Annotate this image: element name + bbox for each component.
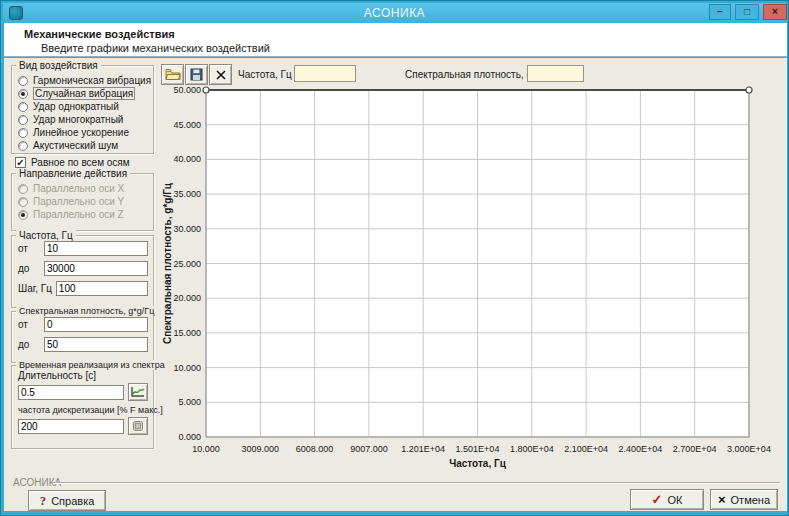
- toolbar-freq-input[interactable]: [294, 65, 356, 82]
- cancel-button-label: Отмена: [731, 494, 770, 506]
- density-to-label: до: [18, 339, 40, 350]
- radio-acoustic-noise[interactable]: Акустический шум: [12, 139, 153, 152]
- dialog-header: Механические воздействия Введите графики…: [4, 23, 787, 56]
- density-from-input[interactable]: [44, 317, 148, 332]
- dialog-title: Механические воздействия: [24, 28, 175, 40]
- save-button[interactable]: [185, 64, 208, 85]
- maximize-button[interactable]: □: [735, 4, 759, 20]
- x-tick-label: 9007.000: [350, 444, 388, 454]
- x-tick-label: 3009.000: [242, 444, 280, 454]
- freq-step-label: Шаг, Гц: [18, 283, 52, 294]
- x-tick-label: 2.400E+04: [619, 444, 663, 454]
- group-kind-title: Вид воздействия: [16, 60, 101, 71]
- density-to-input[interactable]: [44, 337, 148, 352]
- x-tick-label: 3.000E+04: [727, 444, 771, 454]
- open-folder-icon: [165, 68, 181, 81]
- duration-input[interactable]: [18, 385, 124, 400]
- y-tick-label: 15.000: [173, 328, 201, 338]
- group-frequency-title: Частота, Гц: [16, 230, 76, 241]
- series-point-marker: [746, 87, 752, 93]
- y-tick-label: 0.000: [178, 432, 201, 442]
- equal-axes-checkbox[interactable]: ✓ Равное по всем осям: [15, 157, 130, 168]
- radio-label: Удар однократный: [33, 101, 119, 112]
- radio-parallel-z: Параллельно оси Z: [12, 208, 153, 221]
- radio-random-vibration[interactable]: Случайная вибрация: [12, 87, 153, 100]
- x-tick-label: 2.100E+04: [564, 444, 608, 454]
- spectral-density-chart[interactable]: 10.0003009.0006008.0009007.0001.201E+041…: [159, 85, 787, 479]
- group-spectral-density: Спектральная плотность, g*g/Гц от до: [11, 311, 154, 363]
- mini-chart-icon: [131, 386, 145, 398]
- toolbar-freq-label: Частота, Гц: [238, 69, 292, 80]
- radio-linear-acceleration[interactable]: Линейное ускорение: [12, 126, 153, 139]
- x-tick-label: 1.201E+04: [401, 444, 445, 454]
- y-tick-label: 35.000: [173, 189, 201, 199]
- y-tick-label: 50.000: [173, 85, 201, 95]
- freq-step-input[interactable]: [56, 281, 148, 296]
- x-tick-label: 1.800E+04: [510, 444, 554, 454]
- minimize-button[interactable]: −: [709, 4, 731, 20]
- duration-label: Длительность [с]: [18, 370, 153, 381]
- x-tick-label: 6008.000: [296, 444, 334, 454]
- radio-multiple-shock[interactable]: Удар многократный: [12, 113, 153, 126]
- sampling-label: частота дискретизации [% F макс.]: [18, 405, 153, 415]
- delete-button[interactable]: [209, 64, 232, 85]
- radio-label: Параллельно оси X: [33, 183, 124, 194]
- density-from-label: от: [18, 319, 40, 330]
- group-direction: Направление действия Параллельно оси X П…: [11, 173, 154, 231]
- checkbox-label: Равное по всем осям: [31, 157, 130, 168]
- group-kind-of-impact: Вид воздействия Гармоническая вибрация С…: [11, 65, 154, 154]
- freq-from-label: от: [18, 243, 40, 254]
- save-diskette-icon: [190, 68, 203, 81]
- freq-from-input[interactable]: [44, 241, 148, 256]
- checkbox-icon: ✓: [15, 157, 26, 168]
- footer-separator: [53, 482, 780, 484]
- app-window: АСОНИКА − □ × Механические воздействия В…: [0, 0, 789, 516]
- help-button[interactable]: ? Справка: [28, 490, 106, 511]
- group-frequency: Частота, Гц от до Шаг, Гц: [11, 235, 154, 308]
- ok-button[interactable]: ✓ ОК: [630, 489, 704, 510]
- titlebar: АСОНИКА: [3, 3, 786, 23]
- radio-icon: [18, 76, 28, 86]
- x-tick-label: 1.501E+04: [456, 444, 500, 454]
- window-title: АСОНИКА: [3, 6, 786, 20]
- radio-label: Акустический шум: [33, 140, 118, 151]
- x-tick-label: 2.700E+04: [673, 444, 717, 454]
- help-button-label: Справка: [51, 495, 94, 507]
- y-tick-label: 25.000: [173, 259, 201, 269]
- radio-single-shock[interactable]: Удар однократный: [12, 100, 153, 113]
- radio-label: Удар многократный: [33, 114, 123, 125]
- cancel-x-icon: ×: [718, 492, 726, 507]
- cancel-button[interactable]: × Отмена: [710, 489, 778, 510]
- series-point-marker: [203, 87, 209, 93]
- radio-icon: [18, 197, 28, 207]
- dialog-subtitle: Введите графики механических воздействий: [41, 42, 270, 54]
- x-axis-title: Частота, Гц: [449, 458, 506, 469]
- radio-icon: [18, 141, 28, 151]
- open-file-button[interactable]: [161, 64, 184, 85]
- radio-label: Параллельно оси Y: [33, 196, 124, 207]
- radio-icon: [18, 128, 28, 138]
- radio-icon: [18, 102, 28, 112]
- ok-check-icon: ✓: [652, 492, 663, 507]
- radio-label: Случайная вибрация: [33, 87, 135, 100]
- freq-to-label: до: [18, 263, 40, 274]
- app-logo-icon: [9, 6, 23, 20]
- radio-label: Параллельно оси Z: [33, 209, 124, 220]
- help-icon: ?: [40, 493, 47, 509]
- radio-parallel-y: Параллельно оси Y: [12, 195, 153, 208]
- close-button[interactable]: ×: [763, 4, 787, 20]
- y-tick-label: 40.000: [173, 154, 201, 164]
- y-tick-label: 5.000: [178, 397, 201, 407]
- radio-harmonic-vibration[interactable]: Гармоническая вибрация: [12, 74, 153, 87]
- sampling-input[interactable]: [18, 419, 124, 434]
- toolbar-density-input[interactable]: [527, 65, 584, 82]
- group-density-title: Спектральная плотность, g*g/Гц: [16, 306, 157, 316]
- y-tick-label: 30.000: [173, 224, 201, 234]
- radio-parallel-x: Параллельно оси X: [12, 182, 153, 195]
- freq-to-input[interactable]: [44, 261, 148, 276]
- ok-button-label: ОК: [667, 494, 682, 506]
- grid-icon: [132, 420, 144, 432]
- radio-label: Линейное ускорение: [33, 127, 129, 138]
- plot-realization-button[interactable]: [128, 383, 148, 401]
- sampling-settings-button[interactable]: [128, 417, 148, 435]
